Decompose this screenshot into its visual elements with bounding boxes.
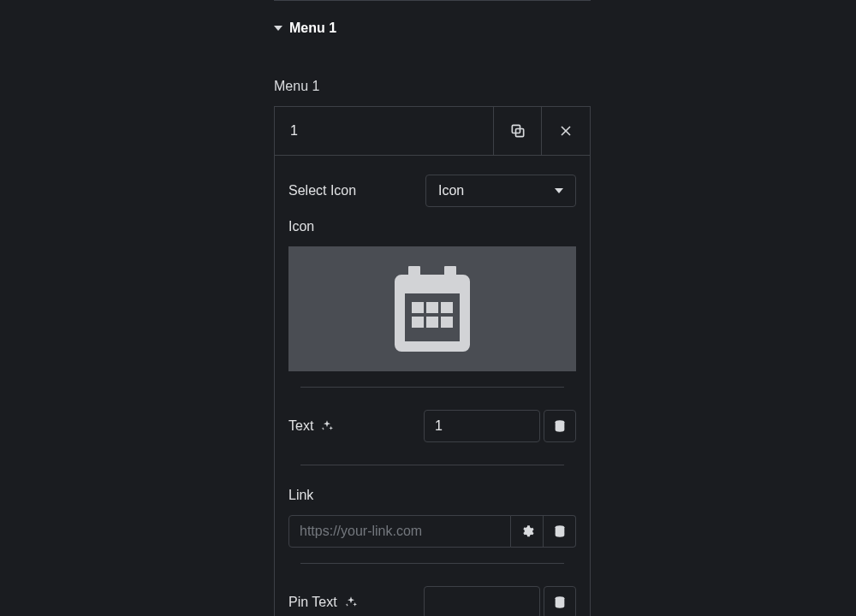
remove-button[interactable] [542,107,590,155]
link-label: Link [288,488,576,503]
svg-rect-11 [441,317,453,328]
link-settings-button[interactable] [511,515,544,548]
text-label: Text [288,418,313,434]
menu-sub-label: Menu 1 [274,79,591,94]
icon-type-select[interactable]: Icon [425,175,576,207]
caret-down-icon [555,188,563,193]
select-icon-label: Select Icon [288,183,356,198]
pin-text-dynamic-button[interactable] [544,586,576,616]
link-dynamic-button[interactable] [544,515,576,548]
pin-text-label: Pin Text [288,595,337,610]
dynamic-data-button[interactable] [544,410,576,442]
divider [300,465,564,465]
database-icon [553,595,567,609]
svg-rect-8 [441,302,453,313]
divider [300,563,564,564]
text-field-label: Text [288,418,334,434]
item-title: 1 [290,123,298,139]
pin-text-field-label: Pin Text [288,595,358,610]
icon-preview[interactable] [288,246,576,371]
item-title-cell[interactable]: 1 [275,107,494,155]
database-icon [553,419,567,433]
calendar-icon [395,266,470,352]
card-header: 1 [275,107,590,155]
sparkle-icon [320,419,334,433]
caret-down-icon [274,26,282,31]
divider [300,387,564,388]
icon-type-value: Icon [438,183,464,198]
menu-item-card: 1 Select Icon Icon Icon [274,106,591,616]
database-icon [553,524,567,538]
section-header[interactable]: Menu 1 [274,0,591,36]
sparkle-icon [344,595,358,609]
pin-text-input[interactable] [424,586,540,616]
svg-rect-6 [412,302,424,313]
svg-rect-9 [412,317,424,328]
icon-label: Icon [288,219,576,234]
gear-icon [520,524,534,538]
close-icon [557,122,574,139]
svg-rect-10 [426,317,438,328]
duplicate-button[interactable] [494,107,542,155]
text-input[interactable] [424,410,540,442]
divider [274,0,591,1]
card-body: Select Icon Icon Icon [275,155,590,616]
link-input[interactable] [288,515,511,548]
copy-icon [509,122,526,139]
svg-rect-7 [426,302,438,313]
section-title: Menu 1 [289,21,336,36]
